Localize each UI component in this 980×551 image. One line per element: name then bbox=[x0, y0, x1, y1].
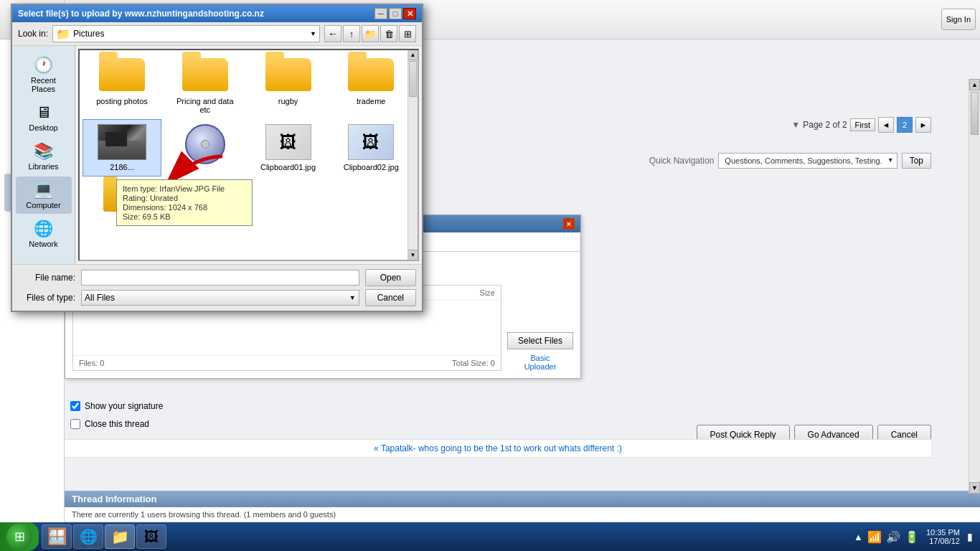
clipboard01-icon: 🖼 bbox=[265, 124, 311, 160]
scroll-down-button[interactable]: ▼ bbox=[969, 482, 980, 494]
file-cd[interactable] bbox=[166, 119, 245, 176]
file-name-input[interactable] bbox=[81, 270, 359, 286]
prev-page-button[interactable]: ◄ bbox=[878, 117, 894, 133]
close-thread-row: Close this thread bbox=[70, 419, 149, 429]
tooltip-item-type: Item type: IrfanView JPG File bbox=[123, 184, 246, 193]
left-libraries[interactable]: 📚 Libraries bbox=[16, 138, 72, 175]
left-desktop[interactable]: 🖥 Desktop bbox=[16, 99, 72, 136]
image-icon2: 🖼 bbox=[362, 132, 380, 152]
upload-close-button[interactable]: × bbox=[563, 218, 575, 230]
folder-label: trademe bbox=[357, 97, 385, 105]
quick-nav-dropdown[interactable]: Questions, Comments, Suggestions, Testin… bbox=[718, 153, 897, 169]
left-computer[interactable]: 💻 Computer bbox=[16, 176, 72, 214]
cd-icon bbox=[185, 124, 225, 164]
left-network[interactable]: 🌐 Network bbox=[16, 215, 72, 253]
files-count: Files: 0 bbox=[79, 359, 104, 367]
files-scroll-down[interactable]: ▼ bbox=[408, 250, 418, 260]
taskbar-app-windows[interactable]: 🪟 bbox=[42, 524, 72, 549]
tray-network-icon: 📶 bbox=[867, 530, 882, 544]
files-scroll-thumb[interactable] bbox=[409, 61, 417, 97]
page-2-button[interactable]: 2 bbox=[897, 117, 913, 133]
computer-icon: 💻 bbox=[34, 181, 53, 199]
image-preview-2186 bbox=[98, 124, 146, 160]
maximize-button[interactable]: □ bbox=[389, 8, 402, 19]
look-in-dropdown[interactable]: 📁 Pictures ▼ bbox=[52, 25, 320, 42]
dropdown-arrow: ▼ bbox=[349, 294, 356, 301]
photo-icon: 🖼 bbox=[144, 529, 159, 545]
dialog-left-panel: 🕐 Recent Places 🖥 Desktop 📚 Libraries 💻 … bbox=[12, 46, 75, 264]
taskbar-app-photo[interactable]: 🖼 bbox=[136, 524, 166, 549]
taskbar-app-explorer[interactable]: 📁 bbox=[105, 524, 135, 549]
file-name-label: File name: bbox=[18, 273, 75, 283]
file-tooltip: Item type: IrfanView JPG File Rating: Un… bbox=[116, 179, 253, 226]
signature-row: Show your signature bbox=[70, 401, 163, 411]
tray-arrow-icon[interactable]: ▲ bbox=[854, 532, 863, 542]
file-type-row: Files of type: All Files ▼ Cancel bbox=[18, 289, 416, 306]
start-orb: ⊞ bbox=[6, 524, 32, 550]
uploader-link[interactable]: Uploader bbox=[507, 362, 573, 371]
upload-actions: Select Files Basic Uploader bbox=[507, 259, 573, 371]
open-button[interactable]: Open bbox=[365, 269, 416, 286]
close-thread-label: Close this thread bbox=[85, 419, 149, 429]
windows-icon: ⊞ bbox=[14, 529, 25, 545]
scroll-track bbox=[969, 90, 980, 482]
folder-rugby[interactable]: rugby bbox=[249, 53, 328, 119]
folder-trademe[interactable]: trademe bbox=[331, 53, 410, 119]
select-files-button[interactable]: Select Files bbox=[507, 332, 573, 349]
file-2186[interactable]: 2186... bbox=[83, 119, 161, 176]
first-page-button[interactable]: First bbox=[850, 118, 875, 131]
windows-logo-icon: 🪟 bbox=[47, 527, 67, 546]
taskbar-clock[interactable]: 10:35 PM 17/08/12 bbox=[923, 528, 963, 545]
explorer-icon: 📁 bbox=[111, 528, 129, 545]
pagination: ▼ Page 2 of 2 First ◄ 2 ► bbox=[791, 117, 931, 133]
look-in-arrow: ▼ bbox=[310, 30, 316, 37]
taskbar-app-ie[interactable]: 🌐 bbox=[73, 524, 103, 549]
desktop-icon: 🖥 bbox=[36, 103, 52, 122]
scroll-thumb[interactable] bbox=[971, 92, 979, 135]
close-button[interactable]: ✕ bbox=[403, 8, 416, 19]
file-clipboard02[interactable]: 🖼 Clipboard02.jpg bbox=[331, 119, 410, 176]
tooltip-size: Size: 69.5 KB bbox=[123, 212, 246, 221]
nav-view-button[interactable]: ⊞ bbox=[399, 25, 416, 42]
dialog-bottom: File name: Open Files of type: All Files… bbox=[12, 264, 422, 311]
nav-delete-button[interactable]: 🗑 bbox=[380, 25, 397, 42]
start-button[interactable]: ⊞ bbox=[0, 522, 39, 551]
scroll-up-button[interactable]: ▲ bbox=[969, 79, 980, 90]
right-scrollbar[interactable]: ▲ ▼ bbox=[969, 79, 980, 494]
quick-nav: Quick Navigation Questions, Comments, Su… bbox=[649, 153, 931, 169]
close-thread-checkbox[interactable] bbox=[70, 419, 80, 429]
dialog-cancel-button[interactable]: Cancel bbox=[365, 289, 416, 306]
file-list-area: posting photos Pricing and data etc bbox=[78, 49, 419, 261]
look-in-label: Look in: bbox=[18, 29, 48, 39]
nav-new-folder-button[interactable]: 📁 bbox=[362, 25, 379, 42]
folder-pricing-data[interactable]: Pricing and data etc bbox=[166, 53, 245, 119]
nav-up-button[interactable]: ↑ bbox=[343, 25, 360, 42]
signature-label: Show your signature bbox=[85, 401, 163, 411]
quick-nav-arrow: ▼ bbox=[887, 156, 894, 164]
folder-icon-trademe bbox=[348, 58, 394, 94]
taskbar-tray: ▲ 📶 🔊 🔋 10:35 PM 17/08/12 ▮ bbox=[847, 528, 980, 545]
file-dialog: Select file(s) to upload by www.nzhuntin… bbox=[11, 4, 423, 312]
file-type-dropdown[interactable]: All Files ▼ bbox=[81, 290, 359, 306]
taskbar-date: 17/08/12 bbox=[926, 537, 960, 545]
ie-icon: 🌐 bbox=[80, 528, 98, 545]
files-scrollbar[interactable]: ▲ ▼ bbox=[407, 50, 418, 260]
tapatalk-link[interactable]: « Tapatalk- whos going to be the 1st to … bbox=[374, 443, 622, 453]
left-recent-places[interactable]: 🕐 Recent Places bbox=[16, 52, 72, 98]
top-button[interactable]: Top bbox=[902, 153, 931, 169]
show-signature-checkbox[interactable] bbox=[70, 401, 80, 411]
minimize-button[interactable]: ─ bbox=[374, 8, 387, 19]
nav-back-button[interactable]: ← bbox=[324, 25, 341, 42]
show-desktop-icon[interactable]: ▮ bbox=[967, 531, 973, 542]
next-page-button[interactable]: ► bbox=[915, 117, 931, 133]
basic-uploader-links: Basic Uploader bbox=[507, 354, 573, 371]
files-scroll-up[interactable]: ▲ bbox=[408, 50, 418, 60]
image-icon: 🖼 bbox=[280, 132, 297, 152]
file-type-value: All Files bbox=[85, 293, 115, 303]
file-clipboard01[interactable]: 🖼 Clipboard01.jpg bbox=[249, 119, 328, 176]
sign-in-button[interactable]: Sign In bbox=[941, 9, 976, 30]
basic-link[interactable]: Basic bbox=[507, 354, 573, 362]
folder-posting-photos[interactable]: posting photos bbox=[83, 53, 161, 119]
quick-nav-value: Questions, Comments, Suggestions, Testin… bbox=[725, 156, 882, 165]
quick-nav-label: Quick Navigation bbox=[649, 156, 715, 166]
